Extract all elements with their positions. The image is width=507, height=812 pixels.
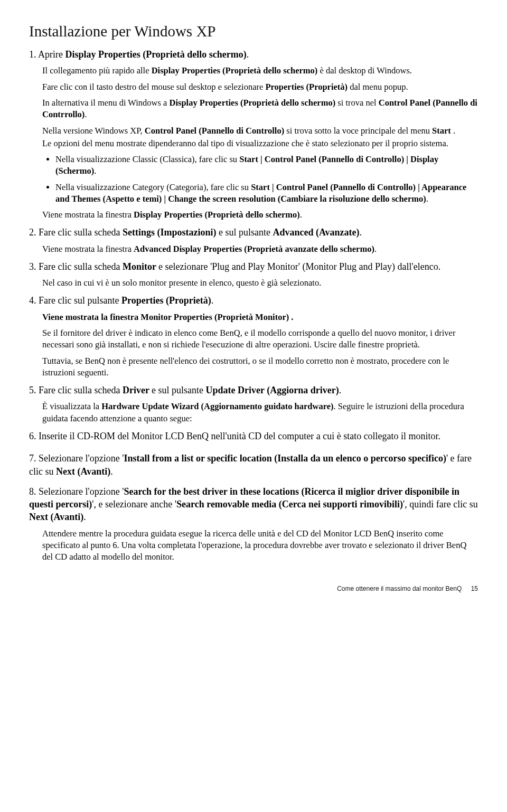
step-7: 7. Selezionare l'opzione 'Install from a… [29, 452, 478, 478]
paragraph: Nel caso in cui vi è un solo monitor pre… [42, 277, 478, 289]
text: . [339, 385, 342, 395]
text: . [211, 295, 214, 306]
step-number: 4. [29, 295, 36, 306]
text: si trova sotto la voce principale del me… [286, 126, 432, 136]
text: . [360, 227, 362, 238]
step-2: 2. Fare clic sulla scheda Settings (Impo… [29, 226, 478, 239]
paragraph: Viene mostrata la finestra Monitor Prope… [42, 311, 478, 323]
text: Fare clic con il tasto destro del mouse … [42, 82, 265, 92]
paragraph: È visualizzata la Hardware Update Wizard… [42, 401, 478, 424]
text: . [374, 244, 377, 254]
bold: Display Properties (Proprietà dello sche… [152, 65, 320, 75]
bold: Advanced (Avanzate) [273, 227, 359, 238]
page-number: 15 [471, 585, 478, 592]
bold: Update Driver (Aggiorna driver) [206, 385, 339, 395]
text: Fare clic sulla scheda [39, 261, 123, 272]
step-6: 6. Inserite il CD-ROM del Monitor LCD Be… [29, 430, 478, 442]
bold: Start [432, 126, 453, 136]
step-number: 1. [29, 49, 36, 60]
text: . [453, 126, 455, 136]
paragraph: Tuttavia, se BenQ non è presente nell'el… [42, 355, 478, 379]
paragraph: In alternativa il menu di Windows a Disp… [42, 97, 478, 121]
list-item: Nella visualizzazione Classic (Classica)… [55, 154, 478, 177]
bold: Driver [123, 385, 152, 395]
text: Nella visualizzazione Category (Categori… [55, 182, 251, 192]
paragraph: Il collegamento più rapido alle Display … [42, 65, 478, 77]
bold: Next (Avanti) [56, 466, 110, 477]
step-tail: . [247, 49, 249, 60]
bold: Settings (Impostazioni) [123, 227, 219, 238]
bold: Search removable media (Cerca nei suppor… [176, 499, 403, 509]
text: Fare clic sul pulsante [39, 295, 121, 306]
text: e sul pulsante [152, 385, 205, 395]
bold: Control Panel (Pannello di Controllo) [145, 126, 286, 136]
step-4: 4. Fare clic sul pulsante Properties (Pr… [29, 294, 478, 307]
bold: Advanced Display Properties (Proprietà a… [134, 244, 374, 254]
footer-text: Come ottenere il massimo dal monitor Ben… [337, 585, 462, 592]
step-number: 8. [29, 486, 36, 497]
bold: Hardware Update Wizard (Aggiornamento gu… [101, 401, 333, 411]
text: e selezionare 'Plug and Play Monitor' (M… [158, 261, 440, 272]
text: si trova nel [337, 98, 378, 108]
text: è dal desktop di Windows. [320, 65, 412, 75]
bold: Next (Avanti) [29, 512, 83, 522]
bullet-list: Nella visualizzazione Classic (Classica)… [55, 154, 478, 205]
paragraph: Nella versione Windows XP, Control Panel… [42, 125, 478, 137]
step-number: 5. [29, 385, 36, 395]
bold: Monitor [123, 261, 158, 272]
step-number: 2. [29, 227, 36, 238]
text: . [83, 512, 86, 522]
list-item: Nella visualizzazione Category (Categori… [55, 182, 478, 205]
step-1: 1. Aprire Display Properties (Proprietà … [29, 48, 478, 61]
text: . [426, 194, 428, 204]
paragraph: Fare clic con il tasto destro del mouse … [42, 81, 478, 93]
text: Inserite il CD-ROM del Monitor LCD BenQ … [39, 431, 440, 441]
text: Selezionare l'opzione ' [39, 486, 124, 497]
text: e sul pulsante [219, 227, 273, 238]
step-3: 3. Fare clic sulla scheda Monitor e sele… [29, 260, 478, 273]
text: ', e selezionare anche ' [92, 499, 176, 509]
step-5: 5. Fare clic sulla scheda Driver e sul p… [29, 384, 478, 396]
text: Nella versione Windows XP, [42, 126, 145, 136]
bold: Properties (Proprietà) [121, 295, 211, 306]
text: . [84, 109, 87, 119]
paragraph: Le opzioni del menu mostrate dipenderann… [42, 138, 478, 149]
text: Viene mostrata la finestra [42, 244, 134, 254]
step-8: 8. Selezionare l'opzione 'Search for the… [29, 485, 478, 524]
text: . [94, 166, 96, 176]
text: Nella visualizzazione Classic (Classica)… [55, 154, 239, 164]
text: Il collegamento più rapido alle [42, 65, 152, 75]
text: dal menu popup. [350, 82, 408, 92]
text: In alternativa il menu di Windows a [42, 98, 170, 108]
text: . [110, 466, 113, 477]
text: Fare clic sulla scheda [39, 227, 123, 238]
step-number: 6. [29, 431, 36, 441]
text: ', quindi fare clic su [403, 499, 478, 509]
bold: Install from a list or specific location… [124, 453, 446, 464]
bold: Display Properties (Proprietà dello sche… [170, 98, 338, 108]
step-text: Aprire [38, 49, 65, 60]
text: È visualizzata la [42, 401, 101, 411]
paragraph: Attendere mentre la procedura guidata es… [42, 528, 478, 563]
text: Fare clic sulla scheda [39, 385, 123, 395]
text: Selezionare l'opzione ' [39, 453, 124, 464]
paragraph: Viene mostrata la finestra Advanced Disp… [42, 243, 478, 255]
bold: Display Properties (Proprietà dello sche… [134, 210, 300, 220]
text: . [300, 210, 302, 220]
page-title: Installazione per Windows XP [29, 21, 478, 42]
paragraph: Se il fornitore del driver è indicato in… [42, 327, 478, 351]
bold: Viene mostrata la finestra Monitor Prope… [42, 312, 293, 322]
text: Viene mostrata la finestra [42, 210, 134, 220]
paragraph: Viene mostrata la finestra Display Prope… [42, 209, 478, 221]
step-number: 3. [29, 261, 36, 272]
step-number: 7. [29, 453, 36, 464]
step-bold: Display Properties (Proprietà dello sche… [65, 49, 247, 60]
page-footer: Come ottenere il massimo dal monitor Ben… [29, 584, 478, 593]
bold: Properties (Proprietà) [265, 82, 350, 92]
